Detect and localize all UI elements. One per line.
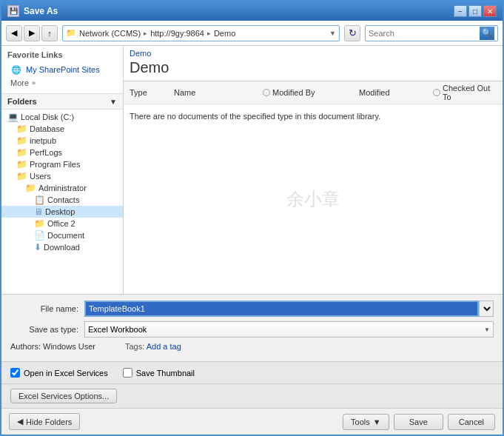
search-input[interactable] (369, 29, 480, 38)
watermark: 余小章 (286, 187, 340, 211)
tree-item-contacts[interactable]: 📋 Contacts (1, 194, 123, 206)
tree-label-programfiles: Program Files (30, 160, 80, 169)
title-bar: 💾 Save As − □ ✕ (1, 1, 503, 21)
tree-item-document[interactable]: 📄 Document (1, 229, 123, 241)
tree-item-database[interactable]: 📁 Database (1, 123, 123, 135)
refresh-button[interactable]: ↻ (344, 25, 360, 41)
tree-label-perflogs: PerfLogs (30, 148, 62, 157)
address-path[interactable]: 📁 Network (CCMS) ▸ http://9gy:9864 ▸ Dem… (62, 25, 340, 41)
form-area: File name: Save as type: Excel Workbook … (1, 294, 503, 361)
file-name-dropdown[interactable] (479, 301, 494, 317)
excel-services-options-button[interactable]: Excel Services Options... (10, 389, 117, 403)
tags-section: Tags: Add a tag (125, 342, 181, 351)
open-in-excel-item: Open in Excel Services (10, 368, 108, 378)
tags-label: Tags: (125, 342, 144, 351)
file-name-row: File name: (10, 301, 494, 317)
forward-button[interactable]: ▶ (24, 25, 40, 41)
bottom-right: Tools ▼ Save Cancel (343, 414, 495, 430)
tools-label: Tools (351, 417, 370, 426)
nav-buttons: ◀ ▶ ↑ (6, 25, 58, 41)
save-thumbnail-label: Save Thumbnail (136, 369, 195, 378)
checkbox-area: Open in Excel Services Save Thumbnail (1, 361, 503, 384)
tree-item-desktop[interactable]: 🖥 Desktop (1, 206, 123, 218)
save-as-type-arrow: ▼ (484, 326, 490, 333)
tree-item-inetpub[interactable]: 📁 inetpub (1, 135, 123, 147)
tree-item-administrator[interactable]: 📁 Administrator (1, 182, 123, 194)
close-button[interactable]: ✕ (483, 5, 497, 17)
pane-title: Demo (124, 58, 503, 81)
col-checkedout-header: Checked Out To (433, 84, 497, 101)
folder-icon-users: 📁 (16, 171, 27, 181)
empty-message: There are no documents of the specified … (130, 112, 380, 121)
sharepoint-label: My SharePoint Sites (26, 65, 100, 74)
bottom-bar: ◀ Hide Folders Tools ▼ Save Cancel (1, 408, 503, 435)
tags-value[interactable]: Add a tag (147, 342, 181, 351)
folder-icon-desktop: 🖥 (34, 207, 43, 217)
folder-icon: 📁 (66, 28, 76, 38)
tree-item-programfiles[interactable]: 📁 Program Files (1, 158, 123, 170)
tree-label-administrator: Administrator (38, 184, 87, 192)
authors-section: Authors: Windows User (10, 342, 95, 351)
folders-header[interactable]: Folders ▼ (1, 94, 123, 110)
tree-item-perflogs[interactable]: 📁 PerfLogs (1, 147, 123, 158)
favorite-links: Favorite Links 🌐 My SharePoint Sites Mor… (1, 46, 123, 94)
breadcrumb: Demo (124, 46, 503, 58)
sidebar: Favorite Links 🌐 My SharePoint Sites Mor… (1, 46, 124, 294)
save-thumbnail-checkbox[interactable] (123, 368, 132, 378)
col-modby-header: Modified By (263, 88, 359, 97)
tree-label-office2: Office 2 (47, 219, 75, 228)
cancel-button[interactable]: Cancel (448, 414, 495, 430)
save-as-window: 💾 Save As − □ ✕ ◀ ▶ ↑ 📁 Network (CCMS) ▸… (0, 0, 504, 436)
more-label[interactable]: More (10, 78, 29, 87)
more-row: More » (7, 77, 117, 89)
tree-label-download: Download (44, 243, 80, 252)
tree-item-download[interactable]: ⬇ Download (1, 241, 123, 253)
title-bar-left: 💾 Save As (7, 5, 58, 17)
folder-icon-database: 📁 (16, 124, 27, 134)
save-button[interactable]: Save (394, 414, 443, 430)
radio-modby (263, 89, 270, 96)
radio-checkedout (433, 89, 440, 96)
folder-icon-download: ⬇ (34, 242, 41, 252)
tree-item-localdisk[interactable]: 💻 Local Disk (C:) (1, 111, 123, 123)
folder-icon-inetpub: 📁 (16, 135, 27, 146)
maximize-button[interactable]: □ (468, 5, 482, 17)
save-as-type-dropdown[interactable]: Excel Workbook ▼ (84, 321, 494, 338)
folders-arrow: ▼ (110, 98, 117, 106)
col-type-header: Type (130, 88, 174, 97)
content-pane: Demo Demo Type Name Modified By Modified… (124, 46, 503, 294)
up-button[interactable]: ↑ (41, 25, 58, 41)
folder-tree: 💻 Local Disk (C:) 📁 Database 📁 inetpub (1, 110, 123, 255)
back-button[interactable]: ◀ (6, 25, 22, 41)
tree-item-users[interactable]: 📁 Users (1, 170, 123, 182)
tools-button[interactable]: Tools ▼ (343, 414, 389, 430)
folder-tree-wrapper: 💻 Local Disk (C:) 📁 Database 📁 inetpub (1, 110, 123, 294)
sharepoint-icon: 🌐 (10, 64, 22, 76)
file-name-input[interactable] (84, 301, 479, 317)
drive-icon: 💻 (7, 112, 19, 122)
host-label: http://9gy:9864 (150, 29, 204, 38)
folder-icon-contacts: 📋 (34, 195, 45, 205)
search-box: 🔍 (365, 25, 498, 41)
main-area: Favorite Links 🌐 My SharePoint Sites Mor… (1, 46, 503, 294)
sidebar-item-sharepoint[interactable]: 🌐 My SharePoint Sites (7, 62, 117, 77)
folder-icon-perflogs: 📁 (16, 147, 27, 158)
authors-value: Windows User (43, 342, 95, 351)
open-in-excel-checkbox[interactable] (10, 368, 20, 378)
window-title: Save As (24, 6, 58, 16)
folder-icon-programfiles: 📁 (16, 159, 27, 170)
folder-icon-office2: 📁 (34, 218, 45, 229)
title-bar-controls: − □ ✕ (454, 5, 497, 17)
tree-item-office2[interactable]: 📁 Office 2 (1, 218, 123, 229)
tree-label-database: Database (30, 124, 64, 133)
network-label: Network (CCMS) (79, 29, 141, 38)
search-button[interactable]: 🔍 (480, 27, 494, 40)
options-area: Excel Services Options... (1, 384, 503, 408)
address-dropdown[interactable]: ▼ (329, 30, 336, 37)
open-in-excel-label: Open in Excel Services (24, 369, 108, 378)
content-body: There are no documents of the specified … (124, 104, 503, 294)
hide-folders-button[interactable]: ◀ Hide Folders (9, 413, 80, 430)
tree-label-inetpub: inetpub (30, 136, 56, 145)
save-as-type-row: Save as type: Excel Workbook ▼ (10, 321, 494, 338)
minimize-button[interactable]: − (454, 5, 467, 17)
